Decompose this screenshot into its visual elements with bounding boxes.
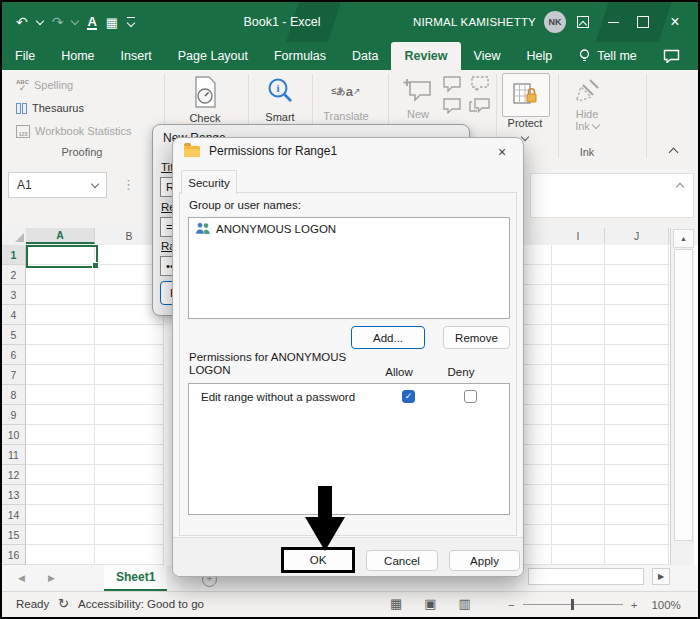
zoom-thumb[interactable] — [571, 599, 574, 610]
column-header-i[interactable]: I — [552, 228, 605, 244]
zoom-in-icon[interactable]: + — [631, 599, 638, 611]
sheet-tab-sheet1[interactable]: Sheet1 — [104, 565, 167, 591]
zoom-out-icon[interactable]: − — [508, 599, 515, 611]
remove-button[interactable]: Remove — [443, 326, 510, 349]
translate-button[interactable]: ≤あa↗ Translate — [320, 76, 372, 122]
sheet-nav-right-icon[interactable]: ▶ — [48, 573, 55, 583]
vertical-scroll-thumb[interactable] — [674, 249, 693, 541]
apply-button[interactable]: Apply — [449, 550, 520, 571]
scroll-up-icon[interactable]: ▲ — [673, 229, 694, 248]
undo-dropdown-icon[interactable] — [35, 17, 43, 25]
minimize-button[interactable] — [598, 2, 628, 42]
tab-review[interactable]: Review — [391, 42, 460, 70]
hide-ink-button[interactable]: HideInk — [564, 76, 610, 132]
tell-me[interactable]: Tell me — [569, 42, 647, 70]
user-list-item[interactable]: ANONYMOUS LOGON — [189, 218, 509, 239]
redo-dropdown-icon[interactable] — [71, 17, 79, 25]
status-accessibility[interactable]: Accessibility: Good to go — [78, 598, 204, 610]
group-user-names-label: Group or user names: — [189, 199, 301, 211]
tab-data[interactable]: Data — [339, 42, 391, 70]
tab-home[interactable]: Home — [48, 42, 107, 70]
formula-bar-expand-icon[interactable] — [676, 183, 684, 191]
vertical-scrollbar[interactable]: ▲ — [670, 228, 694, 565]
name-box[interactable]: A1 — [8, 172, 107, 198]
cancel-button[interactable]: Cancel — [366, 550, 438, 571]
sheet-nav-left-icon[interactable]: ◀ — [18, 573, 25, 583]
horizontal-scrollbar[interactable] — [528, 568, 644, 585]
close-button[interactable]: × — [660, 2, 690, 42]
ribbon-display-options-button[interactable] — [568, 2, 598, 42]
selected-cell-a1[interactable] — [26, 245, 98, 268]
thesaurus-button[interactable]: Thesaurus — [16, 99, 84, 117]
workbook-statistics-label: Workbook Statistics — [35, 125, 131, 137]
hide-ink-label-2: Ink — [575, 120, 590, 132]
zoom-slider[interactable]: − + 100% — [508, 592, 681, 617]
row-header-4[interactable]: 4 — [2, 305, 25, 325]
tab-formulas[interactable]: Formulas — [261, 42, 339, 70]
row-header-10[interactable]: 10 — [2, 425, 25, 445]
page-layout-view-icon[interactable]: ▣ — [424, 596, 436, 611]
row-header-3[interactable]: 3 — [2, 285, 25, 305]
translate-icon: ≤あa↗ — [320, 76, 372, 106]
ribbon-tab-bar: FileHomeInsertPage LayoutFormulasDataRev… — [2, 42, 698, 70]
allow-checkbox[interactable]: ✓ — [402, 390, 415, 403]
row-header-2[interactable]: 2 — [2, 265, 25, 285]
collapse-ribbon-icon[interactable] — [670, 144, 677, 156]
name-box-dropdown-icon[interactable] — [91, 180, 99, 188]
protect-button[interactable] — [502, 73, 550, 117]
permissions-list[interactable]: Edit range without a password ✓ — [188, 383, 510, 515]
borders-grid-icon[interactable]: ▦ — [106, 15, 118, 30]
select-all-corner[interactable] — [2, 228, 27, 244]
previous-comment-icon — [444, 77, 460, 91]
scroll-right-icon[interactable]: ▶ — [652, 568, 670, 585]
tab-file[interactable]: File — [2, 42, 48, 70]
tab-page-layout[interactable]: Page Layout — [165, 42, 261, 70]
row-header-9[interactable]: 9 — [2, 405, 25, 425]
new-comment-button[interactable]: New — [396, 76, 440, 120]
dialog-close-icon[interactable]: × — [489, 141, 515, 163]
zoom-level[interactable]: 100% — [651, 599, 680, 611]
zoom-track[interactable] — [523, 604, 623, 605]
group-user-list[interactable]: ANONYMOUS LOGON — [188, 217, 510, 319]
translate-label: Translate — [320, 110, 372, 122]
row-header-16[interactable]: 16 — [2, 545, 25, 565]
page-break-view-icon[interactable]: ▥ — [459, 596, 471, 611]
row-header-11[interactable]: 11 — [2, 445, 25, 465]
row-header-8[interactable]: 8 — [2, 385, 25, 405]
smart-lookup-button[interactable]: i Smart — [256, 76, 304, 123]
check-accessibility-icon — [192, 76, 218, 108]
tab-security[interactable]: Security — [181, 170, 237, 194]
tab-help[interactable]: Help — [513, 42, 565, 70]
row-header-12[interactable]: 12 — [2, 465, 25, 485]
normal-view-icon[interactable]: ▦ — [390, 596, 402, 611]
account-name[interactable]: NIRMAL KAMISHETTY — [413, 2, 536, 42]
avatar[interactable]: NK — [544, 11, 566, 33]
row-header-15[interactable]: 15 — [2, 525, 25, 545]
permissions-dialog-titlebar: Permissions for Range1 — [173, 138, 523, 164]
underline-icon[interactable]: A — [87, 15, 96, 30]
tab-view[interactable]: View — [461, 42, 514, 70]
row-header-1[interactable]: 1 — [2, 245, 25, 265]
column-header-j[interactable]: J — [605, 228, 669, 244]
add-button[interactable]: Add... — [351, 326, 425, 349]
tab-insert[interactable]: Insert — [108, 42, 165, 70]
row-header-5[interactable]: 5 — [2, 325, 25, 345]
user-name: ANONYMOUS LOGON — [216, 223, 336, 235]
customize-qat-icon[interactable] — [127, 17, 135, 28]
row-header-6[interactable]: 6 — [2, 345, 25, 365]
maximize-button[interactable] — [628, 2, 658, 42]
row-header-14[interactable]: 14 — [2, 505, 25, 525]
deny-checkbox[interactable] — [464, 390, 477, 403]
redo-icon[interactable]: ↷ — [52, 14, 64, 30]
column-header-a[interactable]: A — [26, 228, 95, 244]
formula-bar[interactable] — [530, 173, 694, 218]
ink-group-label: Ink — [554, 146, 620, 158]
lightbulb-icon — [579, 49, 590, 64]
row-header-7[interactable]: 7 — [2, 365, 25, 385]
comments-icon[interactable] — [663, 42, 680, 70]
undo-icon[interactable]: ↶ — [16, 14, 28, 30]
row-header-13[interactable]: 13 — [2, 485, 25, 505]
spelling-button[interactable]: ABC✓ Spelling — [16, 76, 73, 94]
workbook-statistics-button[interactable]: 123 Workbook Statistics — [16, 122, 131, 140]
check-accessibility-button[interactable]: Check — [182, 76, 228, 124]
